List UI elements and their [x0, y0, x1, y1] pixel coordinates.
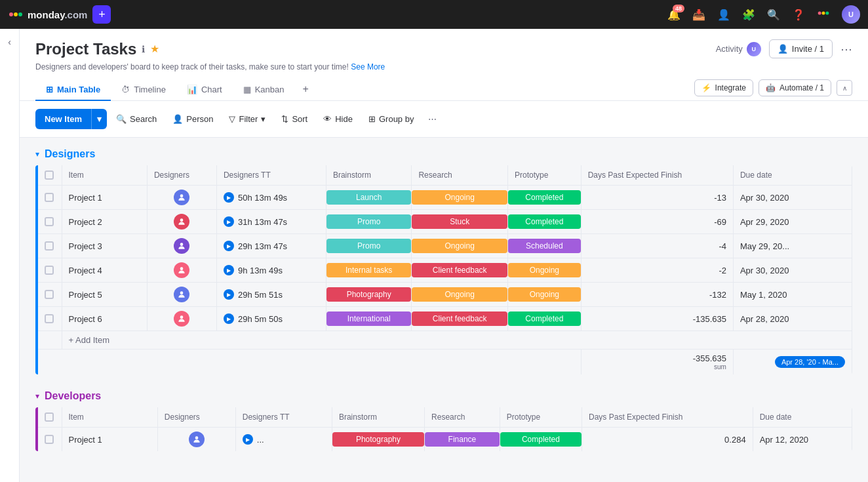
notifications-icon[interactable]: 🔔 48: [667, 9, 681, 21]
prototype-status[interactable]: Completed: [508, 190, 581, 205]
brainstorm-status[interactable]: Launch: [326, 190, 412, 205]
automate-button[interactable]: 🤖 Automate / 1: [759, 79, 831, 96]
research-cell[interactable]: Stuck: [412, 210, 508, 234]
brainstorm-cell[interactable]: Promo: [326, 210, 412, 234]
developers-chevron-icon[interactable]: ▾: [35, 392, 39, 401]
integrate-button[interactable]: ⚡ Integrate: [694, 79, 753, 96]
designer-avatar[interactable]: [174, 214, 189, 230]
add-item-row[interactable]: + Add Item: [38, 331, 852, 350]
prototype-cell[interactable]: Completed: [507, 307, 581, 331]
brainstorm-cell[interactable]: Promo: [326, 234, 412, 258]
prototype-cell[interactable]: Completed: [507, 186, 581, 210]
prototype-status[interactable]: Ongoing: [508, 287, 581, 302]
brainstorm-status[interactable]: Promo: [326, 214, 412, 229]
designers-chevron-icon[interactable]: ▾: [35, 150, 39, 159]
brainstorm-cell[interactable]: Launch: [326, 186, 412, 210]
see-more-link[interactable]: See More: [351, 62, 385, 71]
logo[interactable]: monday.com: [8, 7, 87, 22]
row-checkbox[interactable]: [38, 234, 62, 258]
prototype-cell[interactable]: Scheduled: [507, 234, 581, 258]
research-cell[interactable]: Ongoing: [412, 186, 508, 210]
research-status[interactable]: Stuck: [412, 214, 507, 229]
brainstorm-cell[interactable]: Internal tasks: [326, 258, 412, 283]
prototype-status[interactable]: Completed: [500, 432, 582, 447]
research-cell[interactable]: Client feedback: [412, 258, 508, 283]
brainstorm-status[interactable]: Internal tasks: [326, 263, 412, 277]
add-workspace-button[interactable]: +: [92, 5, 111, 24]
row-checkbox[interactable]: [38, 210, 62, 234]
designer-avatar[interactable]: [174, 190, 189, 205]
tab-kanban[interactable]: ▦ Kanban: [233, 79, 295, 101]
checkbox-header[interactable]: [38, 165, 62, 186]
research-cell[interactable]: Client feedback: [412, 307, 508, 331]
play-icon[interactable]: ▶: [243, 434, 253, 445]
prototype-cell[interactable]: Completed: [500, 428, 582, 452]
developers-group-title[interactable]: Developers: [45, 390, 101, 402]
research-status[interactable]: Finance: [425, 432, 500, 447]
designers-group-title[interactable]: Designers: [45, 148, 95, 160]
tab-timeline[interactable]: ⏱ Timeline: [111, 79, 176, 101]
help-icon[interactable]: ❓: [792, 9, 805, 21]
row-checkbox[interactable]: [38, 428, 62, 452]
brainstorm-status[interactable]: International: [326, 311, 412, 326]
play-icon[interactable]: ▶: [224, 241, 234, 251]
designer-avatar[interactable]: [174, 287, 189, 302]
prototype-status[interactable]: Completed: [508, 214, 581, 229]
star-icon[interactable]: ★: [150, 43, 159, 55]
research-status[interactable]: Client feedback: [412, 263, 507, 277]
play-icon[interactable]: ▶: [224, 289, 234, 300]
play-icon[interactable]: ▶: [224, 192, 234, 203]
research-status[interactable]: Ongoing: [412, 190, 507, 205]
play-icon[interactable]: ▶: [224, 313, 234, 324]
brainstorm-cell[interactable]: Photography: [326, 283, 412, 307]
toolbar-more-button[interactable]: ⋯: [423, 110, 442, 129]
research-cell[interactable]: Ongoing: [412, 234, 508, 258]
search-button[interactable]: 🔍 Search: [109, 110, 163, 129]
search-icon[interactable]: 🔍: [767, 9, 780, 21]
info-icon[interactable]: ℹ: [142, 44, 145, 54]
brainstorm-cell[interactable]: International: [326, 307, 412, 331]
user-avatar[interactable]: U: [842, 5, 860, 24]
prototype-status[interactable]: Completed: [508, 311, 581, 326]
designer-avatar[interactable]: [174, 262, 189, 278]
tab-chart[interactable]: 📊 Chart: [176, 79, 233, 101]
prototype-cell[interactable]: Ongoing: [507, 258, 581, 283]
tab-main-table[interactable]: ⊞ Main Table: [35, 79, 111, 101]
play-icon[interactable]: ▶: [224, 265, 234, 275]
hide-button[interactable]: 👁 Hide: [317, 110, 359, 129]
brainstorm-status[interactable]: Photography: [332, 432, 424, 447]
prototype-cell[interactable]: Completed: [507, 210, 581, 234]
new-item-button[interactable]: New Item ▾: [35, 109, 107, 129]
research-cell[interactable]: Finance: [425, 428, 500, 452]
more-options-button[interactable]: ⋯: [840, 42, 852, 56]
play-icon[interactable]: ▶: [224, 216, 234, 227]
add-view-button[interactable]: +: [295, 78, 317, 100]
invite-button[interactable]: 👤 Invite / 1: [769, 39, 833, 58]
dev-checkbox-header[interactable]: [38, 407, 62, 428]
brainstorm-status[interactable]: Promo: [326, 239, 412, 253]
sort-button[interactable]: ⇅ Sort: [275, 110, 314, 129]
group-by-button[interactable]: ⊞ Group by: [362, 110, 420, 129]
row-checkbox[interactable]: [38, 307, 62, 331]
designer-avatar[interactable]: [189, 432, 205, 447]
prototype-cell[interactable]: Ongoing: [507, 283, 581, 307]
research-status[interactable]: Client feedback: [412, 311, 507, 326]
brainstorm-cell[interactable]: Photography: [332, 428, 424, 452]
row-checkbox[interactable]: [38, 283, 62, 307]
research-status[interactable]: Ongoing: [412, 287, 507, 302]
apps-icon[interactable]: 🧩: [742, 9, 755, 21]
collapse-button[interactable]: ∧: [837, 80, 852, 96]
prototype-status[interactable]: Ongoing: [508, 263, 581, 277]
new-item-arrow[interactable]: ▾: [91, 109, 107, 129]
research-status[interactable]: Ongoing: [412, 239, 507, 253]
designer-avatar[interactable]: [174, 311, 189, 327]
activity-button[interactable]: Activity U: [716, 42, 761, 56]
invite-icon[interactable]: 👤: [717, 9, 730, 21]
inbox-icon[interactable]: 📥: [692, 9, 705, 21]
sidebar-toggle[interactable]: ‹: [8, 37, 11, 47]
filter-button[interactable]: ▽ Filter ▾: [222, 110, 272, 129]
row-checkbox[interactable]: [38, 258, 62, 283]
person-filter-button[interactable]: 👤 Person: [166, 110, 220, 129]
brainstorm-status[interactable]: Photography: [326, 287, 412, 302]
row-checkbox[interactable]: [38, 186, 62, 210]
